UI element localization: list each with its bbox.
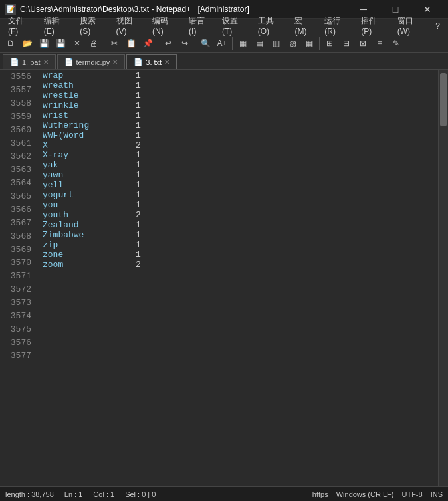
menu-plugins[interactable]: 插件(P): [356, 14, 392, 37]
count-cell: 1: [136, 80, 141, 90]
line-number: 3562: [5, 150, 31, 163]
word-cell: you: [43, 200, 136, 210]
word-cell: wreath: [43, 80, 136, 90]
toolbar: 🗋 📂 💾 💾 ✕ 🖨 ✂ 📋 📌 ↩ ↪ 🔍 A+ ▦ ▤ ▥ ▧ ▦ ⊞ ⊟…: [0, 33, 448, 53]
word-cell: yawn: [43, 170, 136, 180]
toolbar-close[interactable]: ✕: [69, 35, 85, 51]
toolbar-print[interactable]: 🖨: [86, 35, 102, 51]
status-url: https: [312, 490, 328, 498]
table-row: X-ray 1: [43, 150, 438, 160]
toolbar-cut[interactable]: ✂: [106, 35, 122, 51]
toolbar-new[interactable]: 🗋: [3, 35, 19, 51]
tab-termdic[interactable]: 📄 termdic.py ✕: [57, 54, 126, 69]
toolbar-open[interactable]: 📂: [19, 35, 35, 51]
toolbar-undo[interactable]: ↩: [160, 35, 176, 51]
toolbar-b8[interactable]: ⊠: [355, 35, 371, 51]
menu-run[interactable]: 运行(R): [319, 14, 356, 37]
toolbar-save[interactable]: 💾: [36, 35, 52, 51]
toolbar-sep-3: [195, 37, 195, 50]
table-row: yawn 1: [43, 170, 438, 180]
count-cell: 1: [136, 240, 141, 250]
line-number: 3576: [5, 336, 31, 350]
menu-encoding[interactable]: 编码(N): [147, 14, 183, 37]
toolbar-b5[interactable]: ▦: [301, 35, 317, 51]
editor-area[interactable]: 3556355735583559356035613562356335643565…: [0, 70, 448, 486]
table-row: zip 1: [43, 240, 438, 250]
toolbar-copy[interactable]: 📋: [123, 35, 139, 51]
word-cell: wrinkle: [43, 100, 136, 110]
menu-language[interactable]: 语言(I): [183, 14, 217, 37]
line-number: 3567: [5, 217, 31, 230]
toolbar-b3[interactable]: ▥: [268, 35, 284, 51]
code-content[interactable]: wrap 1wreath 1wrestle 1wrinkle 1wrist 1W…: [37, 70, 438, 486]
toolbar-b1[interactable]: ▦: [235, 35, 251, 51]
toolbar-sep-5: [319, 37, 320, 50]
word-cell: Zimbabwe: [43, 230, 136, 240]
table-row: wreath 1: [43, 80, 438, 90]
toolbar-saveall[interactable]: 💾: [53, 35, 68, 51]
count-cell: 1: [136, 110, 141, 120]
toolbar-b4[interactable]: ▧: [284, 35, 300, 51]
line-number: 3564: [5, 177, 31, 190]
tab-txt-icon: 📄: [134, 58, 143, 66]
word-cell: yogurt: [43, 190, 136, 200]
line-number: 3560: [5, 124, 31, 137]
table-row: wrestle 1: [43, 90, 438, 100]
word-cell: X: [43, 140, 136, 150]
toolbar-zoom-in[interactable]: A+: [214, 35, 230, 51]
menu-edit[interactable]: 编辑(E): [39, 14, 74, 37]
status-length: length : 38,758: [5, 490, 54, 498]
line-number: 3561: [5, 137, 31, 150]
tab-bat[interactable]: 📄 1. bat ✕: [3, 54, 56, 69]
table-row: Wuthering 1: [43, 120, 438, 130]
line-number: 3575: [5, 323, 31, 336]
toolbar-b2[interactable]: ▤: [251, 35, 267, 51]
toolbar-b6[interactable]: ⊞: [322, 35, 338, 51]
count-cell: 1: [136, 250, 141, 260]
line-number: 3559: [5, 110, 31, 124]
count-cell: 2: [136, 210, 141, 220]
tab-txt-close[interactable]: ✕: [164, 58, 169, 66]
status-bar: length : 38,758 Ln : 1 Col : 1 Sel : 0 |…: [0, 486, 448, 501]
menu-search[interactable]: 搜索(S): [74, 14, 110, 37]
tab-termdic-close[interactable]: ✕: [112, 58, 118, 66]
word-cell: wrap: [43, 70, 136, 80]
count-cell: 1: [136, 190, 141, 200]
toolbar-b9[interactable]: ≡: [372, 35, 388, 51]
word-cell: zip: [43, 240, 136, 250]
tab-bat-close[interactable]: ✕: [43, 58, 49, 66]
word-cell: Zealand: [43, 220, 136, 230]
word-cell: wrist: [43, 110, 136, 120]
menu-window[interactable]: 窗口(W): [392, 14, 431, 37]
line-number-gutter: 3556355735583559356035613562356335643565…: [0, 70, 37, 486]
table-row: yell 1: [43, 180, 438, 190]
toolbar-find[interactable]: 🔍: [197, 35, 213, 51]
line-number: 3568: [5, 230, 31, 243]
table-row: Zimbabwe 1: [43, 230, 438, 240]
line-number: 3557: [5, 84, 31, 97]
count-cell: 1: [136, 170, 141, 180]
toolbar-b7[interactable]: ⊟: [338, 35, 354, 51]
menu-tools[interactable]: 工具(O): [253, 14, 290, 37]
table-row: yogurt 1: [43, 190, 438, 200]
word-cell: zone: [43, 250, 136, 260]
scrollbar[interactable]: [438, 70, 448, 486]
menu-settings[interactable]: 设置(T): [217, 14, 253, 37]
menu-help[interactable]: ?: [430, 20, 445, 32]
count-cell: 1: [136, 100, 141, 110]
line-number: 3572: [5, 283, 31, 296]
scrollbar-thumb[interactable]: [440, 73, 447, 126]
toolbar-b10[interactable]: ✎: [388, 35, 404, 51]
word-cell: Wuthering: [43, 120, 136, 130]
line-number: 3565: [5, 190, 31, 203]
tab-txt[interactable]: 📄 3. txt ✕: [126, 54, 177, 69]
menu-file[interactable]: 文件(F): [3, 14, 39, 37]
toolbar-paste[interactable]: 📌: [140, 35, 156, 51]
menu-macro[interactable]: 宏(M): [289, 14, 319, 37]
menu-view[interactable]: 视图(V): [111, 14, 147, 37]
status-encoding: UTF-8: [401, 490, 422, 498]
word-cell: X-ray: [43, 150, 136, 160]
table-row: wrap 1: [43, 70, 438, 80]
toolbar-sep-4: [232, 37, 233, 50]
toolbar-redo[interactable]: ↪: [177, 35, 193, 51]
